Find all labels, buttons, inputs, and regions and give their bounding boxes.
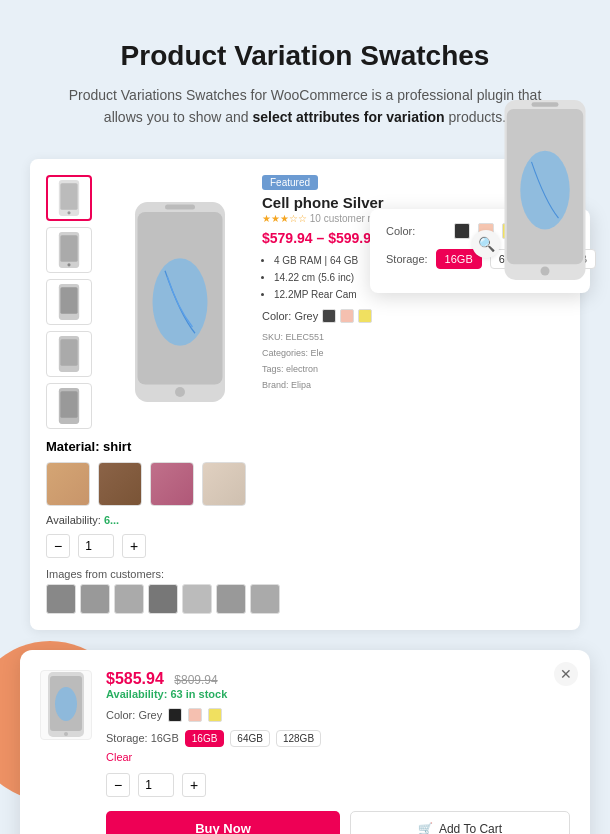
svg-point-24 [55, 687, 77, 721]
svg-point-19 [520, 151, 570, 230]
svg-rect-11 [60, 391, 77, 418]
customer-img-2 [80, 584, 110, 614]
material-title: Material: shirt [46, 439, 564, 454]
sku-section: SKU: ELEC551 Categories: Ele Tags: elect… [262, 329, 564, 394]
thumb-4[interactable] [46, 331, 92, 377]
images-from-customers: Images from customers: [46, 568, 564, 614]
bottom-card: ✕ $585.94 $809.94 Availability: 63 in st… [20, 650, 590, 834]
svg-rect-16 [165, 204, 195, 209]
material-swatches [46, 462, 564, 506]
thumb-5[interactable] [46, 383, 92, 429]
product-card: Featured Cell phone Silver ★★★☆☆ 10 cust… [30, 159, 580, 630]
bottom-qty-plus[interactable]: + [182, 773, 206, 797]
swatch-tan[interactable] [46, 462, 90, 506]
bottom-price-row: $585.94 $809.94 [106, 670, 570, 688]
bottom-old-price: $809.94 [174, 673, 217, 687]
bottom-color-yellow[interactable] [208, 708, 222, 722]
bottom-storage-64[interactable]: 64GB [230, 730, 270, 747]
svg-point-15 [175, 387, 185, 397]
cart-icon: 🛒 [418, 822, 433, 834]
availability-row: Availability: 6... [46, 514, 564, 526]
svg-point-2 [67, 211, 70, 214]
close-button[interactable]: ✕ [554, 662, 578, 686]
images-label: Images from customers: [46, 568, 564, 580]
color-swatch-light[interactable] [340, 309, 354, 323]
customer-img-1 [46, 584, 76, 614]
customer-img-5 [182, 584, 212, 614]
svg-rect-1 [60, 183, 77, 210]
page-subtitle: Product Variations Swatches for WooComme… [60, 84, 550, 129]
buy-now-button[interactable]: Buy Now [106, 811, 340, 834]
stars: ★★★☆☆ [262, 213, 307, 224]
add-to-cart-button[interactable]: 🛒 Add To Cart [350, 811, 570, 834]
customer-img-4 [148, 584, 178, 614]
swatch-pink[interactable] [150, 462, 194, 506]
bottom-color-row: Color: Grey [106, 708, 570, 722]
color-swatch-dark[interactable] [322, 309, 336, 323]
clear-link[interactable]: Clear [106, 751, 570, 763]
qty-input[interactable] [78, 534, 114, 558]
material-section: Material: shirt [46, 439, 564, 506]
svg-point-5 [67, 263, 70, 266]
customer-images-list [46, 584, 564, 614]
qty-minus[interactable]: − [46, 534, 70, 558]
svg-point-14 [153, 258, 208, 346]
customer-img-6 [216, 584, 246, 614]
thumbnail-list [46, 175, 98, 429]
svg-rect-21 [532, 102, 559, 107]
thumb-1[interactable] [46, 175, 92, 221]
customer-img-7 [250, 584, 280, 614]
swatch-cream[interactable] [202, 462, 246, 506]
svg-rect-4 [60, 235, 77, 262]
thumb-2[interactable] [46, 227, 92, 273]
right-phone-image [500, 100, 590, 284]
bottom-availability: Availability: 63 in stock [106, 688, 570, 700]
bottom-qty-row: − + [106, 773, 570, 797]
popup-color-dark[interactable] [454, 223, 470, 239]
thumb-3[interactable] [46, 279, 92, 325]
bottom-color-dark[interactable] [168, 708, 182, 722]
bottom-qty-input[interactable] [138, 773, 174, 797]
qty-row: − + [46, 534, 564, 558]
search-icon[interactable]: 🔍 [472, 230, 500, 258]
bottom-color-peach[interactable] [188, 708, 202, 722]
bottom-qty-minus[interactable]: − [106, 773, 130, 797]
popup-storage-label: Storage: [386, 253, 428, 265]
svg-rect-7 [60, 287, 77, 314]
qty-plus[interactable]: + [122, 534, 146, 558]
svg-point-25 [64, 732, 68, 736]
color-swatch-yellow[interactable] [358, 309, 372, 323]
customer-img-3 [114, 584, 144, 614]
product-main-image [110, 175, 250, 429]
svg-point-20 [541, 267, 550, 276]
swatch-brown[interactable] [98, 462, 142, 506]
bottom-price: $585.94 [106, 670, 164, 687]
action-buttons: Buy Now 🛒 Add To Cart [106, 811, 570, 834]
bottom-card-thumb [40, 670, 92, 740]
svg-rect-9 [60, 339, 77, 366]
bottom-card-content: $585.94 $809.94 Availability: 63 in stoc… [106, 670, 570, 834]
color-row: Color: Grey [262, 309, 564, 323]
bottom-storage-row: Storage: 16GB 16GB 64GB 128GB [106, 730, 570, 747]
page-title: Product Variation Swatches [60, 40, 550, 72]
bottom-storage-16[interactable]: 16GB [185, 730, 225, 747]
bottom-storage-128[interactable]: 128GB [276, 730, 321, 747]
featured-badge: Featured [262, 175, 318, 190]
popup-color-label: Color: [386, 225, 446, 237]
